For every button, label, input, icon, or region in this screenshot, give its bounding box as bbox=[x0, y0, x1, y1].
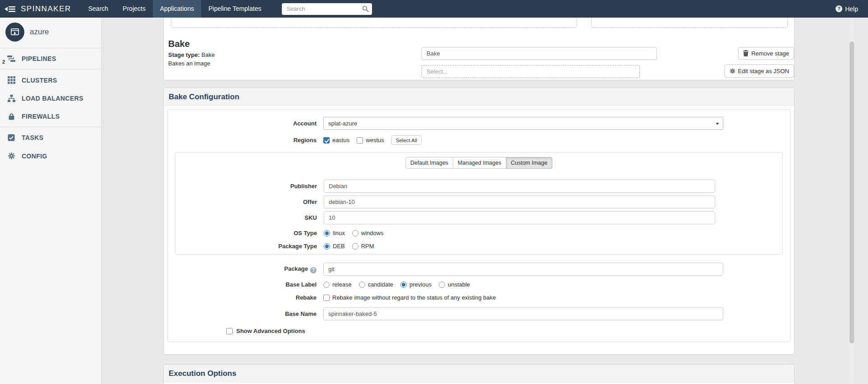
remove-stage-button[interactable]: Remove stage bbox=[738, 47, 794, 60]
sidebar-divider bbox=[0, 69, 101, 69]
sidebar-divider bbox=[0, 127, 101, 127]
sidebar-item-firewalls[interactable]: FIREWALLS bbox=[0, 107, 101, 125]
bake-configuration-header: Bake Configuration bbox=[164, 88, 794, 106]
scrollbar-thumb[interactable] bbox=[850, 42, 854, 343]
sidebar-item-pipelines[interactable]: 2 PIPELINES bbox=[0, 50, 101, 68]
stage-description: Bakes an image bbox=[168, 60, 215, 67]
offer-row: Offer bbox=[175, 195, 782, 208]
radio-icon bbox=[400, 282, 407, 288]
base-name-input[interactable] bbox=[323, 307, 723, 320]
package-type-rpm-label: RPM bbox=[361, 243, 374, 250]
main-pane: Bake Stage type: Bake Bakes an image Sta… bbox=[101, 18, 868, 384]
sidebar-divider bbox=[0, 48, 101, 48]
remove-stage-label: Remove stage bbox=[751, 50, 789, 57]
radio-icon bbox=[323, 282, 330, 288]
sku-input[interactable] bbox=[324, 211, 715, 224]
edit-stage-json-button[interactable]: Edit stage as JSON bbox=[725, 65, 794, 78]
package-label: Package bbox=[168, 265, 323, 273]
package-type-rpm-option[interactable]: RPM bbox=[352, 243, 374, 250]
sidebar-item-clusters[interactable]: CLUSTERS bbox=[0, 71, 101, 89]
sidebar-item-load-balancers[interactable]: LOAD BALANCERS bbox=[0, 89, 101, 107]
help-link[interactable]: Help bbox=[836, 0, 868, 18]
global-search-input[interactable] bbox=[282, 3, 372, 15]
stage-type-label: Stage type: bbox=[168, 51, 200, 58]
nav-item-applications[interactable]: Applications bbox=[153, 0, 202, 18]
package-input[interactable] bbox=[323, 263, 723, 276]
depends-on-select[interactable]: Select... bbox=[422, 65, 640, 78]
stage-name-input[interactable] bbox=[422, 47, 657, 60]
region-eastus-option[interactable]: eastus bbox=[323, 137, 349, 143]
gear-icon bbox=[6, 152, 16, 160]
question-icon bbox=[310, 267, 317, 273]
offer-input[interactable] bbox=[324, 195, 715, 208]
app-brand[interactable]: SPINNAKER bbox=[21, 0, 71, 18]
application-icon bbox=[5, 23, 24, 42]
base-label-unstable-label: unstable bbox=[448, 281, 470, 288]
sku-row: SKU bbox=[175, 211, 782, 224]
nav-item-pipeline-templates[interactable]: Pipeline Templates bbox=[201, 0, 268, 18]
application-name: azure bbox=[30, 28, 49, 37]
os-linux-label: linux bbox=[333, 230, 345, 236]
account-row: Account splat-azure bbox=[168, 117, 790, 130]
radio-icon bbox=[324, 230, 330, 236]
region-westus-option[interactable]: westus bbox=[357, 137, 384, 143]
sku-label: SKU bbox=[175, 214, 324, 221]
show-advanced-options[interactable]: Show Advanced Options bbox=[226, 328, 790, 334]
sidebar-item-label: TASKS bbox=[22, 134, 43, 141]
rebake-option[interactable]: Rebake image without regard to the statu… bbox=[323, 294, 496, 301]
package-type-deb-option[interactable]: DEB bbox=[324, 243, 345, 250]
rebake-label: Rebake bbox=[168, 294, 323, 301]
tab-custom-image[interactable]: Custom Image bbox=[506, 157, 552, 169]
os-type-row: OS Type linux windows bbox=[175, 230, 782, 236]
os-type-options: linux windows bbox=[324, 230, 391, 236]
depends-on-placeholder: Select... bbox=[427, 68, 448, 75]
base-label-options: release candidate previous bbox=[323, 281, 477, 288]
base-label-candidate-option[interactable]: candidate bbox=[359, 281, 393, 288]
nav-item-projects[interactable]: Projects bbox=[115, 0, 153, 18]
gear-icon bbox=[730, 68, 735, 74]
os-windows-option[interactable]: windows bbox=[352, 230, 384, 236]
base-label-label: Base Label bbox=[168, 281, 323, 288]
chevron-down-icon bbox=[716, 123, 719, 125]
top-navbar: SPINNAKER Search Projects Applications P… bbox=[0, 0, 868, 18]
os-linux-option[interactable]: linux bbox=[324, 230, 345, 236]
nav-item-search[interactable]: Search bbox=[81, 0, 115, 18]
global-search bbox=[282, 3, 372, 15]
base-label-unstable-option[interactable]: unstable bbox=[439, 281, 470, 288]
pipeline-stage-box[interactable] bbox=[591, 18, 788, 28]
publisher-input[interactable] bbox=[324, 180, 715, 193]
scrollbar-track[interactable] bbox=[850, 18, 854, 384]
base-label-release-option[interactable]: release bbox=[323, 281, 352, 288]
stage-editor-card: Bake Stage type: Bake Bakes an image Sta… bbox=[163, 18, 795, 80]
sidebar-item-tasks[interactable]: TASKS bbox=[0, 129, 101, 147]
sidebar-item-label: CLUSTERS bbox=[22, 77, 57, 84]
edit-stage-json-label: Edit stage as JSON bbox=[738, 68, 789, 74]
tab-managed-images[interactable]: Managed Images bbox=[453, 157, 506, 169]
pipeline-stage-box[interactable] bbox=[171, 18, 577, 28]
select-all-regions-button[interactable]: Select All bbox=[391, 135, 422, 145]
rebake-row: Rebake Rebake image without regard to th… bbox=[168, 294, 790, 301]
bake-configuration-card: Bake Configuration Account splat-azure R… bbox=[163, 88, 795, 355]
execution-options-card: Execution Options bbox=[163, 364, 795, 384]
publisher-row: Publisher bbox=[175, 180, 782, 193]
package-type-row: Package Type DEB RPM bbox=[175, 243, 782, 250]
base-name-label: Base Name bbox=[168, 310, 323, 317]
sidebar-item-config[interactable]: CONFIG bbox=[0, 147, 101, 165]
checkbox-icon bbox=[323, 295, 330, 301]
help-label: Help bbox=[845, 5, 858, 13]
application-header[interactable]: azure bbox=[0, 18, 101, 46]
execution-options-header: Execution Options bbox=[164, 365, 794, 382]
menu-icon[interactable] bbox=[0, 0, 21, 18]
radio-icon bbox=[359, 282, 365, 288]
bake-configuration-body: Account splat-azure Regions eastus bbox=[164, 106, 794, 342]
rebake-text: Rebake image without regard to the statu… bbox=[332, 294, 496, 301]
tab-default-images[interactable]: Default Images bbox=[405, 157, 453, 169]
sidebar-item-label: FIREWALLS bbox=[22, 113, 60, 120]
sidebar-item-label: PIPELINES bbox=[22, 55, 56, 62]
account-select[interactable]: splat-azure bbox=[323, 117, 723, 130]
sidebar-nav: 2 PIPELINES CLUSTERS LOAD BALANCERS bbox=[0, 50, 101, 165]
application-sidebar: azure 2 PIPELINES CLUSTERS bbox=[0, 18, 101, 384]
lock-icon bbox=[6, 113, 16, 120]
base-label-previous-option[interactable]: previous bbox=[400, 281, 432, 288]
stage-type-value: Bake bbox=[202, 51, 215, 58]
